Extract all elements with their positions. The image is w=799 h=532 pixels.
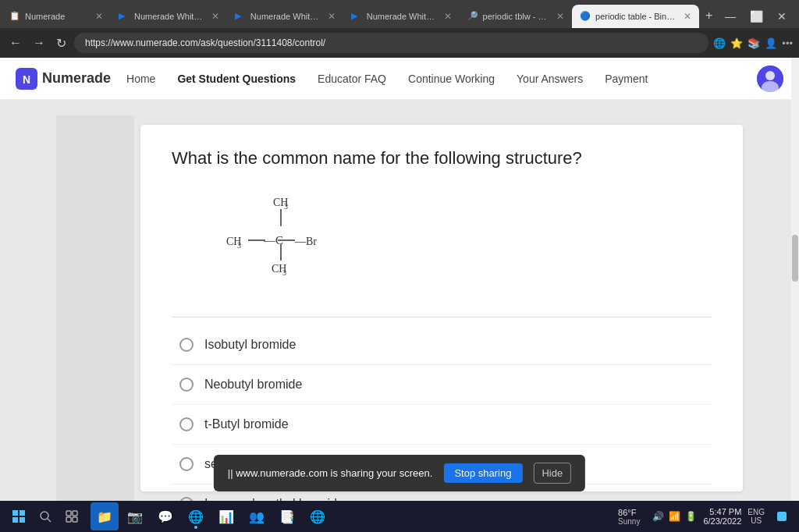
svg-rect-25 xyxy=(66,517,71,522)
nav-educator-faq[interactable]: Educator FAQ xyxy=(318,73,386,85)
option-1[interactable]: Isobutyl bromide xyxy=(172,325,712,365)
nav-payment[interactable]: Payment xyxy=(605,73,648,85)
svg-rect-26 xyxy=(73,517,77,522)
translate-icon[interactable]: 🌐 xyxy=(713,37,726,49)
locale-display: ENG US xyxy=(748,508,765,525)
network-icon[interactable]: 📶 xyxy=(669,511,680,522)
tab-6-close[interactable]: ✕ xyxy=(684,11,691,22)
option-2[interactable]: Neobutyl bromide xyxy=(172,365,712,405)
taskbar-browser[interactable]: 🌐 xyxy=(182,502,210,530)
svg-point-3 xyxy=(765,71,775,80)
taskbar-camera[interactable]: 📷 xyxy=(121,502,149,530)
tab-6[interactable]: 🔵 periodic table - Bing ima... ✕ xyxy=(572,5,699,28)
nav-get-student-questions[interactable]: Get Student Questions xyxy=(177,73,296,85)
radio-1[interactable] xyxy=(179,338,194,352)
taskbar-powerpoint[interactable]: 📑 xyxy=(273,502,301,530)
time-display: 5:47 PM xyxy=(709,507,741,516)
svg-rect-19 xyxy=(12,517,18,523)
tab-5-close[interactable]: ✕ xyxy=(556,11,564,22)
taskbar-file-explorer[interactable]: 📁 xyxy=(91,502,119,530)
discord-icon: 💬 xyxy=(158,509,173,524)
tab-2-title: Numerade Whiteboard xyxy=(134,12,207,21)
tab-bar: 📋 Numerade ✕ ▶ Numerade Whiteboard ✕ ▶ N… xyxy=(0,0,799,28)
tab-4[interactable]: ▶ Numerade Whiteboard ✕ xyxy=(343,5,460,28)
tab-4-close[interactable]: ✕ xyxy=(444,11,452,22)
notification-icon xyxy=(776,511,787,522)
hide-button[interactable]: Hide xyxy=(533,463,571,484)
scrollbar[interactable] xyxy=(791,58,799,501)
maximize-button[interactable]: ⬜ xyxy=(744,10,769,23)
reload-button[interactable]: ↻ xyxy=(53,33,69,54)
svg-text:—Br: —Br xyxy=(294,236,317,247)
start-button[interactable] xyxy=(6,504,31,529)
search-taskbar-button[interactable] xyxy=(33,504,58,529)
battery-icon[interactable]: 🔋 xyxy=(685,511,697,522)
screen-share-message: || www.numerade.com is sharing your scre… xyxy=(228,467,433,479)
tab-1[interactable]: 📋 Numerade ✕ xyxy=(2,5,111,28)
nav-your-answers[interactable]: Your Answers xyxy=(517,73,583,85)
radio-4[interactable] xyxy=(179,457,194,471)
logo-text: Numerade xyxy=(42,70,111,87)
svg-rect-20 xyxy=(20,517,25,523)
tab-2[interactable]: ▶ Numerade Whiteboard ✕ xyxy=(111,5,227,28)
svg-point-21 xyxy=(41,512,48,520)
back-button[interactable]: ← xyxy=(6,33,25,53)
radio-2[interactable] xyxy=(179,378,194,392)
profile-icon[interactable]: 👤 xyxy=(765,37,777,49)
svg-rect-24 xyxy=(73,511,77,516)
camera-icon: 📷 xyxy=(127,509,143,524)
option-3[interactable]: t-Butyl bromide xyxy=(172,405,712,445)
address-bar: ← → ↻ 🌐 ⭐ 📚 👤 ••• xyxy=(0,28,799,58)
volume-icon[interactable]: 🔊 xyxy=(652,511,664,522)
tab-3-close[interactable]: ✕ xyxy=(328,11,336,22)
taskbar-teams[interactable]: 👥 xyxy=(243,502,271,530)
browser-chrome: 📋 Numerade ✕ ▶ Numerade Whiteboard ✕ ▶ N… xyxy=(0,0,799,58)
nav-continue-working[interactable]: Continue Working xyxy=(408,73,495,85)
svg-rect-27 xyxy=(777,512,787,521)
tab-4-title: Numerade Whiteboard xyxy=(367,12,439,21)
tab-3[interactable]: ▶ Numerade Whiteboard ✕ xyxy=(227,5,343,28)
nav-links: Home Get Student Questions Educator FAQ … xyxy=(126,73,757,85)
radio-3[interactable] xyxy=(179,417,194,431)
svg-rect-18 xyxy=(20,510,25,516)
forward-button[interactable]: → xyxy=(30,33,48,53)
stop-sharing-button[interactable]: Stop sharing xyxy=(443,463,522,483)
option-1-label: Isobutyl bromide xyxy=(204,338,296,352)
avatar[interactable] xyxy=(757,66,783,92)
tab-3-favicon: ▶ xyxy=(235,11,246,22)
taskbar-office[interactable]: 📊 xyxy=(212,502,240,530)
taskbar-browser2[interactable]: 🌐 xyxy=(304,502,332,530)
nav-home[interactable]: Home xyxy=(126,73,155,85)
divider xyxy=(172,317,712,317)
weather-desc: Sunny xyxy=(618,517,640,526)
tab-5[interactable]: 🔎 periodic tblw - Search ✕ xyxy=(460,5,573,28)
weather-temp: 86°F xyxy=(618,508,636,517)
svg-rect-17 xyxy=(12,510,18,516)
task-view-button[interactable] xyxy=(59,504,84,529)
notification-button[interactable] xyxy=(771,505,793,527)
windows-icon xyxy=(12,510,25,523)
clock: 5:47 PM 6/23/2022 xyxy=(703,507,741,526)
scrollbar-thumb[interactable] xyxy=(792,235,798,282)
tab-4-favicon: ▶ xyxy=(351,11,362,22)
browser-icon: 🌐 xyxy=(188,509,204,524)
minimize-button[interactable]: — xyxy=(719,10,742,23)
svg-text:N: N xyxy=(23,73,30,86)
favorite-icon[interactable]: ⭐ xyxy=(730,37,743,49)
svg-line-22 xyxy=(48,519,51,522)
chemical-structure-svg: CH 3 CH 3 —C —Br xyxy=(203,192,359,293)
taskbar-discord[interactable]: 💬 xyxy=(151,502,179,530)
logo-area[interactable]: N Numerade xyxy=(16,68,111,90)
address-input[interactable] xyxy=(74,33,708,53)
task-view-icon xyxy=(66,510,78,523)
close-button[interactable]: ✕ xyxy=(771,10,793,23)
tab-2-close[interactable]: ✕ xyxy=(211,11,219,22)
website-content: N Numerade Home Get Student Questions Ed… xyxy=(0,58,799,501)
sidebar xyxy=(56,115,134,501)
new-tab-button[interactable]: + xyxy=(699,5,719,27)
collection-icon[interactable]: 📚 xyxy=(748,37,760,49)
more-icon[interactable]: ••• xyxy=(782,37,793,49)
svg-text:3: 3 xyxy=(282,268,286,277)
tab-1-close[interactable]: ✕ xyxy=(95,11,103,22)
browser2-icon: 🌐 xyxy=(310,509,325,524)
